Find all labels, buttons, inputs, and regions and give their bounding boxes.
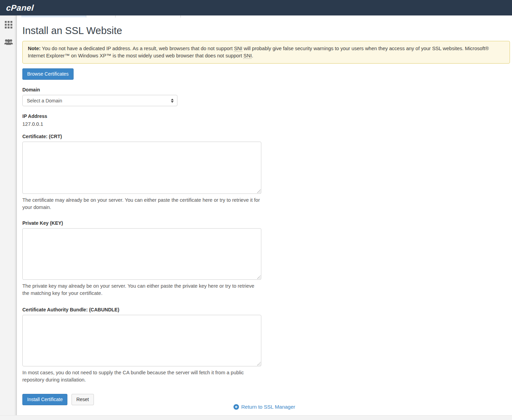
tab-divider — [115, 15, 116, 18]
certificate-textarea[interactable] — [22, 142, 261, 194]
cabundle-help-text: In most cases, you do not need to supply… — [22, 369, 260, 383]
select-stepper-icon — [171, 99, 174, 103]
tab-divider — [181, 15, 181, 18]
domain-select-value: Select a Domain — [27, 98, 171, 103]
cpanel-logo: cPanel — [6, 3, 34, 13]
note-banner: Note: You do not have a dedicated IP add… — [22, 41, 510, 64]
main-content: Install an SSL Website Note: You do not … — [17, 15, 512, 420]
return-to-ssl-manager-link[interactable]: Return to SSL Manager — [233, 404, 295, 410]
return-link-label: Return to SSL Manager — [241, 404, 295, 410]
certificate-label: Certificate: (CRT) — [22, 134, 512, 139]
return-row: Return to SSL Manager — [17, 404, 512, 411]
cabundle-label: Certificate Authority Bundle: (CABUNDLE) — [22, 307, 512, 312]
private-key-help-text: The private key may already be on your s… — [22, 283, 260, 297]
footer-strip — [0, 415, 512, 420]
apps-grid-icon[interactable] — [4, 20, 13, 29]
private-key-label: Private Key (KEY) — [22, 220, 512, 226]
sni-abbr: SNI — [234, 46, 242, 52]
note-label: Note: — [28, 46, 41, 51]
user-manager-icon[interactable] — [4, 37, 13, 46]
ip-address-label: IP Address — [22, 113, 512, 119]
apps-grid-icon-svg — [5, 21, 12, 29]
domain-label: Domain — [22, 87, 512, 92]
icon-sidebar — [0, 15, 17, 420]
sni-abbr: SNI — [243, 53, 252, 59]
page-title: Install an SSL Website — [22, 25, 512, 36]
arrow-left-circle-icon — [233, 404, 239, 410]
browse-certificates-button[interactable]: Browse Certificates — [22, 68, 74, 80]
note-text: . — [252, 53, 253, 58]
note-text: You do not have a dedicated IP address. … — [41, 46, 234, 51]
install-certificate-button[interactable]: Install Certificate — [22, 394, 67, 405]
domain-select[interactable]: Select a Domain — [22, 95, 177, 106]
tab-indicator-strip — [21, 15, 86, 17]
cabundle-textarea[interactable] — [22, 315, 261, 366]
ip-address-value: 127.0.0.1 — [22, 121, 512, 127]
top-navbar: cPanel — [0, 0, 512, 15]
private-key-textarea[interactable] — [22, 228, 261, 280]
reset-button[interactable]: Reset — [72, 394, 94, 405]
certificate-help-text: The certificate may already be on your s… — [22, 197, 260, 211]
tab-divider — [86, 15, 86, 18]
user-manager-icon-svg — [4, 38, 13, 46]
